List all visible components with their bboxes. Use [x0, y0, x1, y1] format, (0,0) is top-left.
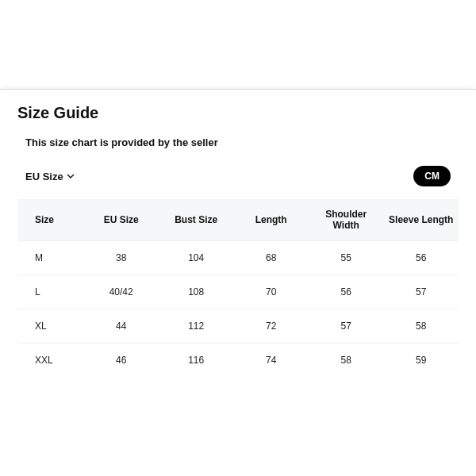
col-size: Size: [17, 199, 83, 241]
cell-size: L: [17, 275, 83, 309]
cell-sleeve: 59: [383, 344, 459, 378]
table-row: L 40/42 108 70 56 57: [17, 275, 459, 309]
cell-eu: 46: [83, 344, 159, 378]
cell-bust: 104: [159, 241, 234, 275]
col-length: Length: [233, 199, 309, 241]
unit-toggle-cm[interactable]: CM: [413, 166, 451, 186]
region-select[interactable]: EU Size: [25, 171, 75, 182]
controls-row: EU Size CM: [25, 166, 451, 186]
cell-length: 74: [233, 344, 309, 378]
cell-eu: 44: [83, 309, 159, 344]
cell-shoulder: 58: [309, 344, 384, 378]
cell-bust: 116: [159, 344, 234, 378]
table-row: XL 44 112 72 57 58: [17, 309, 459, 344]
cell-bust: 108: [159, 275, 234, 309]
region-select-label: EU Size: [25, 171, 63, 182]
col-shoulder-width: Shoulder Width: [309, 199, 384, 241]
col-sleeve-length: Sleeve Length: [383, 199, 459, 241]
cell-sleeve: 57: [383, 275, 459, 309]
table-row: XXL 46 116 74 58 59: [17, 344, 459, 378]
page: Size Guide This size chart is provided b…: [0, 0, 476, 476]
col-eu-size: EU Size: [83, 199, 159, 241]
cell-eu: 38: [83, 241, 159, 275]
cell-shoulder: 57: [309, 309, 384, 344]
cell-length: 68: [233, 241, 309, 275]
cell-size: XL: [17, 309, 83, 344]
table-row: M 38 104 68 55 56: [17, 241, 459, 275]
cell-bust: 112: [159, 309, 234, 344]
col-bust-size: Bust Size: [159, 199, 234, 241]
cell-sleeve: 56: [383, 241, 459, 275]
chevron-down-icon: [67, 172, 75, 180]
size-table: Size EU Size Bust Size Length Shoulder W…: [17, 199, 459, 377]
cell-sleeve: 58: [383, 309, 459, 344]
cell-length: 72: [233, 309, 309, 344]
cell-shoulder: 55: [309, 241, 384, 275]
cell-length: 70: [233, 275, 309, 309]
page-title: Size Guide: [17, 104, 459, 122]
cell-shoulder: 56: [309, 275, 384, 309]
table-header-row: Size EU Size Bust Size Length Shoulder W…: [17, 199, 459, 241]
seller-note: This size chart is provided by the selle…: [25, 136, 459, 148]
unit-toggle-label: CM: [424, 171, 440, 182]
cell-eu: 40/42: [83, 275, 159, 309]
size-guide-panel: Size Guide This size chart is provided b…: [0, 89, 476, 476]
cell-size: XXL: [17, 344, 83, 378]
cell-size: M: [17, 241, 83, 275]
blank-region: [0, 0, 476, 89]
